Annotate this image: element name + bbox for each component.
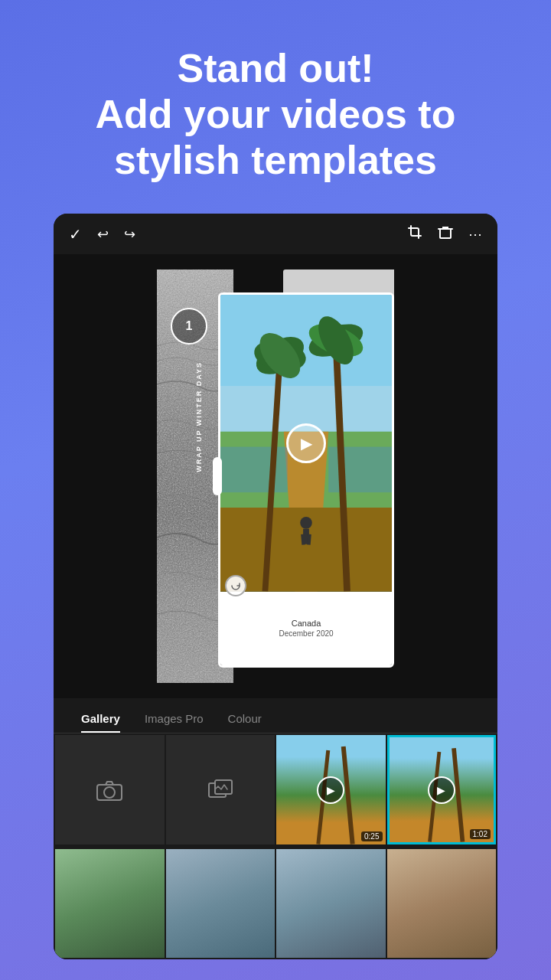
toolbar: ✓ ↩ ↪ ⋯	[54, 214, 497, 254]
video2-duration: 1:02	[470, 829, 491, 839]
media-grid-row2	[54, 848, 497, 960]
media-item-video1[interactable]: ▶ 0:25	[276, 735, 386, 844]
header-line1: Stand out!	[177, 46, 373, 90]
bottom-panel: Gallery Images Pro Colour	[54, 698, 497, 959]
svg-rect-6	[220, 447, 288, 493]
header-section: Stand out! Add your videos to stylish te…	[0, 0, 551, 214]
media-grid: ▶ 0:25 ▶ 1:02	[54, 733, 497, 846]
camera-button[interactable]	[55, 735, 165, 844]
crop-button[interactable]	[407, 224, 422, 243]
gallery-button[interactable]	[166, 735, 276, 844]
tab-colour[interactable]: Colour	[216, 704, 274, 733]
tab-images-pro[interactable]: Images Pro	[132, 704, 216, 733]
media-item-photo3[interactable]	[276, 849, 386, 959]
location-text: Canada	[292, 619, 321, 628]
video1-play: ▶	[317, 776, 344, 804]
media-item-photo1[interactable]	[55, 849, 165, 959]
template-card: WRAP UP WINTER DAYS 1	[157, 270, 394, 683]
confirm-button[interactable]: ✓	[69, 225, 82, 243]
vertical-text: WRAP UP WINTER DAYS	[195, 361, 203, 472]
svg-line-28	[454, 749, 462, 842]
header-line3: stylish templates	[114, 138, 437, 182]
svg-point-22	[104, 787, 115, 798]
undo-button[interactable]: ↩	[97, 226, 109, 243]
editor-window: ✓ ↩ ↪ ⋯	[54, 214, 497, 959]
media-item-photo2[interactable]	[166, 849, 276, 959]
svg-line-26	[344, 746, 353, 844]
tab-gallery[interactable]: Gallery	[69, 704, 132, 733]
delete-button[interactable]	[438, 224, 453, 243]
media-item-photo4[interactable]	[387, 849, 497, 959]
header-line2: Add your videos to	[96, 92, 456, 136]
redo-button[interactable]: ↪	[124, 226, 135, 243]
canvas-area: WRAP UP WINTER DAYS 1	[54, 254, 497, 698]
svg-rect-0	[440, 229, 451, 238]
tropical-photo: ▶	[220, 295, 392, 591]
photo-info: Canada December 2020	[220, 592, 392, 666]
date-text: December 2020	[279, 629, 333, 638]
video2-play: ▶	[428, 776, 455, 804]
tab-bar: Gallery Images Pro Colour	[54, 704, 497, 733]
media-item-video2[interactable]: ▶ 1:02	[387, 735, 497, 844]
drag-handle[interactable]	[213, 457, 222, 495]
more-button[interactable]: ⋯	[468, 226, 482, 243]
video1-duration: 0:25	[361, 831, 382, 841]
main-photo-frame: ▶ Canada December 2020	[218, 292, 394, 668]
svg-point-17	[300, 517, 312, 529]
play-button[interactable]: ▶	[286, 423, 326, 463]
